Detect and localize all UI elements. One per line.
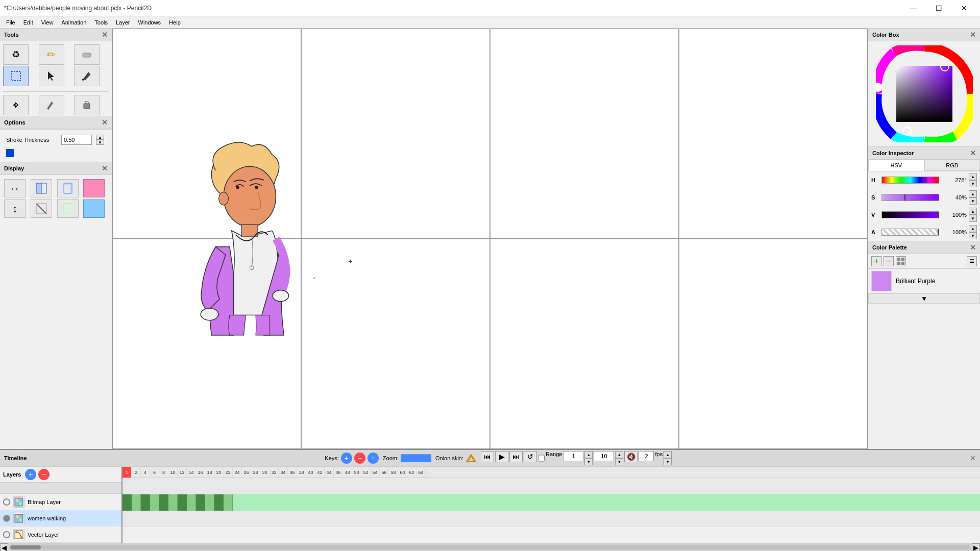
stroke-thickness-down[interactable]: ▼ [96,140,104,145]
color-lightblue-button[interactable] [83,199,105,218]
keyframe-11[interactable] [214,494,224,511]
keyframe-7[interactable] [178,494,187,511]
range-end-up[interactable]: ▲ [615,451,623,458]
canvas-cell-8[interactable] [679,239,868,449]
ci-h-down[interactable]: ▼ [969,180,977,187]
color-inspector-close-button[interactable]: ✕ [970,149,976,157]
flip-v-button[interactable]: ↕ [4,199,26,218]
close-button[interactable]: ✕ [952,0,976,16]
ci-a-down[interactable]: ▼ [969,232,977,239]
tab-hsv[interactable]: HSV [868,160,924,171]
keys-duplicate-button[interactable]: + [368,453,379,464]
stroke-thickness-up[interactable]: ▲ [96,135,104,140]
pointer-tool[interactable] [39,66,64,86]
color-pink-button[interactable] [83,179,105,197]
layer-item-vector[interactable]: Vector Layer [0,527,121,543]
maximize-button[interactable]: ☐ [927,0,950,16]
menu-animation[interactable]: Animation [57,18,90,27]
bitmap-frames-empty[interactable] [122,478,980,494]
keys-remove-button[interactable]: − [354,453,365,464]
fps-down[interactable]: ▼ [664,458,672,465]
cp-add-button[interactable]: + [871,256,881,266]
stroke-thickness-input[interactable] [61,135,92,145]
layer-add-button[interactable]: + [25,469,36,480]
frame-10[interactable] [205,494,214,511]
layer-vis-women-walking[interactable] [3,515,10,522]
frame-12[interactable] [224,494,233,511]
tools-close-button[interactable]: ✕ [102,31,108,39]
frames-rest[interactable] [233,494,980,511]
menu-file[interactable]: File [2,18,19,27]
bucket-tool[interactable] [74,95,100,115]
layer-vis-bitmap[interactable] [3,498,10,506]
layer-remove-button[interactable]: − [38,469,50,480]
layer-item-bitmap[interactable]: Bitmap Layer [0,494,121,510]
frame-8[interactable] [187,494,196,511]
layer-vis-vector[interactable] [3,531,10,538]
tab-rgb[interactable]: RGB [924,160,981,171]
keyframe-1[interactable] [122,494,132,511]
ci-s-down[interactable]: ▼ [969,197,977,205]
color-wheel-container[interactable] [868,41,980,146]
clear-tool[interactable]: ♻ [3,44,29,65]
ci-h-up[interactable]: ▲ [969,173,977,180]
cp-remove-button[interactable]: − [884,256,894,266]
frame-4[interactable] [150,494,159,511]
ci-s-up[interactable]: ▲ [969,190,977,197]
range-end-input[interactable]: 10 [594,451,614,461]
range-end-down[interactable]: ▼ [615,458,623,465]
canvas-cell-7[interactable] [490,239,679,449]
playback-start-button[interactable]: ⏮ [481,451,494,462]
color-swatch[interactable] [6,149,14,157]
menu-edit[interactable]: Edit [19,18,37,27]
eraser-tool[interactable] [74,44,100,65]
pencil-tool[interactable]: ✏ [39,44,64,65]
selection-tool[interactable] [3,66,29,86]
color-palette-close-button[interactable]: ✕ [970,243,976,252]
scrollbar-left-button[interactable]: ◀ [0,543,8,552]
character-drawing-area[interactable]: + [112,29,301,449]
pen-tool[interactable] [74,66,100,86]
keyframe-5[interactable] [159,494,168,511]
keys-add-button[interactable]: + [341,453,352,464]
menu-view[interactable]: View [37,18,58,27]
color-box-close-button[interactable]: ✕ [970,31,976,39]
range-start-down[interactable]: ▼ [584,458,593,465]
menu-layer[interactable]: Layer [112,18,134,27]
timeline-close-button[interactable]: ✕ [970,454,976,462]
cp-menu-button[interactable]: ≡ [967,256,977,266]
zoom-bar[interactable] [401,454,431,462]
grid-diagonal-button[interactable] [31,199,52,218]
canvas-cell-4[interactable] [679,29,868,239]
display-close-button[interactable]: ✕ [102,164,108,172]
ci-s-bar[interactable] [881,194,939,201]
scrollbar-right-button[interactable]: ▶ [972,543,980,552]
scrollbar-thumb[interactable] [10,545,41,549]
scrollbar-track[interactable] [10,545,970,549]
range-checkbox[interactable] [538,451,545,465]
menu-windows[interactable]: Windows [134,18,165,27]
frame-6[interactable] [168,494,178,511]
move-tool[interactable]: ✥ [3,95,29,115]
brilliant-purple-swatch[interactable] [871,271,892,291]
options-close-button[interactable]: ✕ [102,118,108,127]
vector-frames-empty[interactable] [122,511,980,527]
ci-v-bar[interactable] [881,211,939,218]
canvas-cell-3[interactable] [490,29,679,239]
layer-item-women-walking[interactable]: women walking [0,510,121,527]
menu-help[interactable]: Help [165,18,185,27]
color-wheel[interactable] [876,45,973,142]
ci-h-bar[interactable] [881,177,939,184]
frame-2[interactable] [132,494,141,511]
onion-skin-button[interactable] [465,453,477,463]
ci-a-up[interactable]: ▲ [969,225,977,232]
onion-prev-button[interactable] [57,179,79,197]
range-start-input[interactable]: 1 [563,451,583,461]
flip-h-button[interactable]: ↔ [4,179,26,197]
color-palette-item-brilliant-purple[interactable]: Brilliant Purple [868,269,980,293]
ci-v-up[interactable]: ▲ [969,208,977,215]
onion-next-button[interactable] [57,199,79,218]
menu-tools[interactable]: Tools [90,18,112,27]
keyframe-9[interactable] [196,494,205,511]
volume-button[interactable]: 🔇 [624,451,638,462]
